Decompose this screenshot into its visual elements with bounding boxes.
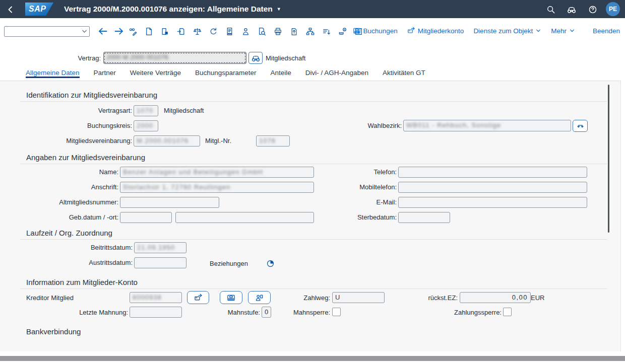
anschrift-field[interactable]: Storlachstr 1, 72760 Reutlingen	[120, 182, 314, 193]
kreditor-stammdaten-button[interactable]	[248, 291, 271, 304]
mitgl-nr-field[interactable]: 1076	[256, 135, 290, 147]
beenden-button-label: Beenden	[593, 27, 620, 35]
navigate-forward-button[interactable]	[113, 25, 125, 37]
doc-search-icon	[258, 27, 266, 36]
tab-anteile[interactable]: Anteile	[271, 66, 291, 78]
letzte-mahnung-field[interactable]	[130, 307, 182, 318]
mahnstufe-field[interactable]: 0	[262, 307, 271, 318]
email-field[interactable]	[398, 197, 587, 208]
copy-icon	[161, 27, 169, 36]
tab-aktivitäten-gt[interactable]: Aktivitäten GT	[383, 66, 425, 78]
create-button[interactable]	[143, 25, 155, 37]
print-button[interactable]	[272, 25, 284, 37]
austrittsdatum-field[interactable]	[134, 257, 186, 268]
command-field[interactable]	[4, 26, 90, 37]
dienste-zum-objekt-button-label: Dienste zum Objekt	[473, 27, 533, 35]
coins-view-button[interactable]	[337, 25, 348, 37]
forward-arrow-icon	[114, 26, 124, 36]
window-title[interactable]: Vertrag 2000/M.2000.001076 anzeigen: All…	[64, 0, 281, 18]
vertragsart-field[interactable]: 1070	[134, 105, 158, 116]
sort-icon	[322, 27, 331, 36]
zahlweg-field[interactable]: U	[332, 292, 385, 303]
document-button[interactable]	[224, 25, 235, 37]
scales-button[interactable]	[192, 25, 203, 37]
vertragsart-note: Mitgliedschaft	[164, 107, 204, 114]
mehr-button-label: Mehr	[551, 27, 567, 35]
kreditor-buchungen-button[interactable]	[220, 291, 242, 304]
mahnstufe-label: Mahnstufe:	[210, 309, 260, 316]
mehr-button[interactable]: Mehr	[551, 27, 575, 35]
tab-buchungsparameter[interactable]: Buchungsparameter	[195, 66, 257, 78]
buchungskreis-field[interactable]: 2000	[134, 120, 158, 131]
user-avatar[interactable]: PE	[606, 2, 620, 16]
vertrag-display-button[interactable]	[248, 52, 263, 64]
tab-partner[interactable]: Partner	[94, 66, 116, 78]
copy-button[interactable]	[159, 25, 171, 37]
refresh-button[interactable]	[208, 25, 219, 37]
wahlbezirk-overview-button[interactable]	[573, 120, 588, 132]
display-change-icon	[129, 27, 137, 36]
beenden-button[interactable]: Beenden	[593, 27, 620, 35]
mitgliederkonto-button[interactable]: Mitgliederkonto	[407, 27, 464, 35]
buchungen-button[interactable]: Buchungen	[353, 27, 398, 35]
search-button[interactable]	[546, 5, 556, 15]
person-card-icon	[255, 294, 264, 302]
mobiltelefon-field[interactable]	[398, 182, 587, 193]
dienste-zum-objekt-button[interactable]: Dienste zum Objekt	[473, 27, 541, 35]
hierarchy-button[interactable]	[304, 25, 316, 37]
zahlungssperre-checkbox[interactable]	[503, 308, 512, 316]
kreditor-value: 8000938	[133, 294, 162, 302]
geb-ort-field[interactable]	[175, 212, 314, 223]
export-button[interactable]	[288, 25, 300, 37]
name-label: Name:	[18, 168, 118, 176]
mahnstufe-value: 0	[265, 308, 268, 316]
person-time-button[interactable]	[240, 25, 252, 37]
beziehungen-button[interactable]	[266, 259, 275, 268]
mitgliedsvereinbarung-field[interactable]: M.2000.001076	[134, 135, 200, 147]
card-arrow-icon	[194, 294, 203, 302]
name-field[interactable]: Benzer Anlagen und Beteiligungen GmbH	[120, 167, 314, 178]
sterbedatum-field[interactable]	[398, 212, 450, 223]
kreditor-field[interactable]: 8000938	[130, 292, 182, 303]
horizontal-scrollbar[interactable]	[0, 356, 625, 361]
mahnsperre-checkbox[interactable]	[332, 308, 341, 316]
buchungen-button-label: Buchungen	[363, 27, 398, 35]
sort-button[interactable]	[321, 25, 332, 37]
application-toolbar: BuchungenMitgliederkontoDienste zum Obje…	[0, 18, 625, 42]
sterbedatum-label: Sterbedatum:	[296, 213, 397, 221]
coins-view-icon	[338, 27, 347, 36]
tab-weitere-verträge[interactable]: Weitere Verträge	[130, 66, 181, 78]
help-icon	[588, 5, 597, 14]
copy-from-button[interactable]	[175, 25, 187, 37]
wahlbezirk-field[interactable]: WB011 - Rehbuch, Sonstige	[403, 120, 571, 131]
kreditor-konto-anzeigen-button[interactable]	[187, 291, 209, 304]
help-button[interactable]	[588, 5, 598, 15]
divider	[20, 239, 607, 240]
display-change-button[interactable]	[127, 25, 139, 37]
binoculars-button[interactable]	[567, 5, 577, 15]
chevron-down-icon	[569, 28, 575, 34]
mitgliedsvereinbarung-label: Mitgliedsvereinbarung:	[31, 137, 132, 144]
vertrag-value: 2000 M 2000 001076	[106, 53, 168, 61]
rueckst-ez-field[interactable]: 0,00	[460, 292, 531, 303]
overview-icon	[576, 122, 585, 130]
geb-datum-ort-label: Geb.datum / -ort:	[18, 213, 118, 221]
back-button[interactable]	[5, 4, 16, 15]
section-title-angaben: Angaben zur Mitgliedsvereinbarung	[26, 153, 145, 162]
email-label: E-Mail:	[296, 198, 397, 206]
tab-allgemeine-daten[interactable]: Allgemeine Daten	[26, 66, 80, 78]
doc-search-button[interactable]	[256, 25, 268, 37]
tab-divi-agh-angaben[interactable]: Divi- / AGH-Angaben	[305, 66, 368, 78]
navigate-back-button[interactable]	[97, 25, 109, 37]
divider	[20, 164, 607, 164]
vertrag-field[interactable]: 2000 M 2000 001076	[103, 52, 246, 64]
anschrift-value: Storlachstr 1, 72760 Reutlingen	[123, 183, 230, 191]
geb-datum-field[interactable]	[120, 212, 172, 223]
sap-logo-text: SAP	[29, 5, 46, 14]
beitrittsdatum-field[interactable]: 21.09.1950	[134, 242, 186, 253]
vertical-scrollbar[interactable]	[608, 85, 609, 233]
telefon-field[interactable]	[398, 167, 587, 178]
rueckst-ez-label: rückst.EZ:	[407, 294, 458, 302]
altmitgliedsnummer-field[interactable]	[120, 197, 219, 208]
section-title-konto: Information zum Mitglieder-Konto	[26, 278, 138, 286]
